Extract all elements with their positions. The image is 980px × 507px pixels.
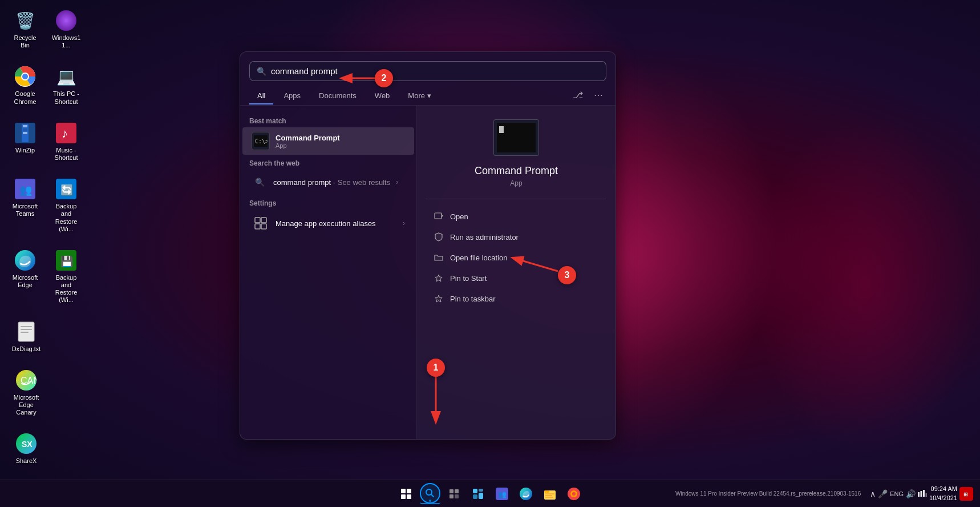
action-run-admin[interactable]: Run as administrator <box>426 227 606 247</box>
right-panel: Command Prompt App Open <box>417 106 615 440</box>
svg-rect-58 <box>926 493 928 497</box>
svg-rect-51 <box>545 497 553 498</box>
tab-more[interactable]: More ▾ <box>400 88 439 104</box>
tray-volume-icon[interactable]: 🔊 <box>906 489 916 498</box>
widgets-button[interactable] <box>468 484 488 504</box>
annotation-1: 1 <box>427 359 445 377</box>
folder-icon <box>433 252 444 263</box>
desktop-icon-windows11[interactable]: Windows11... <box>47 6 86 53</box>
cmd-icon: C:\> <box>252 132 270 150</box>
svg-text:👥: 👥 <box>498 490 507 498</box>
result-command-prompt[interactable]: C:\> Command Prompt App <box>242 127 414 155</box>
search-bar[interactable]: 🔍 <box>249 61 606 81</box>
edge-taskbar-button[interactable] <box>516 484 536 504</box>
desktop-icon-sharex[interactable]: SX ShareX <box>6 429 47 468</box>
action-file-location[interactable]: Open file location <box>426 247 606 268</box>
taskbar-center: 👥 <box>396 484 584 504</box>
svg-rect-56 <box>921 491 922 497</box>
web-result-arrow: › <box>396 178 398 186</box>
svg-line-35 <box>431 494 434 497</box>
app-name: Command Prompt <box>475 165 558 177</box>
svg-point-3 <box>22 74 28 79</box>
action-open[interactable]: Open <box>426 206 606 227</box>
open-icon <box>433 211 444 222</box>
tray-icons: ∧ 🎤 ENG 🔊 09:24 AM 10/4/2021 <box>870 485 973 502</box>
web-search-icon: 🔍 <box>252 174 268 190</box>
desktop-icon-backup2[interactable]: 💾 Backup and Restore (Wi... <box>47 246 86 308</box>
windows-logo <box>401 489 411 499</box>
pin-taskbar-label: Pin to taskbar <box>450 295 496 303</box>
taskbar-search-button[interactable] <box>420 484 440 504</box>
tray-lang-icon[interactable]: ENG <box>890 490 904 497</box>
tray-mic-icon[interactable]: 🎤 <box>878 489 888 498</box>
desktop-icon-backup[interactable]: 🔄 Backup and Restore (Wi... <box>47 174 86 236</box>
search-input[interactable] <box>271 66 599 76</box>
notification-badge[interactable]: ⊞ <box>959 487 973 501</box>
eval-text: Windows 11 Pro Insider Preview Build 224… <box>675 490 861 498</box>
svg-point-54 <box>572 492 576 496</box>
svg-rect-22 <box>21 332 29 333</box>
more-options-icon[interactable]: ⋯ <box>590 87 606 103</box>
desktop-icon-recycle-bin[interactable]: 🗑️ Recycle Bin <box>6 6 44 53</box>
svg-text:SX: SX <box>22 440 33 449</box>
explorer-taskbar-button[interactable] <box>540 484 560 504</box>
aliases-result-text: Manage app execution aliases <box>276 219 397 228</box>
svg-text:💾: 💾 <box>60 255 74 268</box>
system-tray: ∧ 🎤 ENG 🔊 09:24 AM 10/4/2021 <box>870 485 973 502</box>
best-match-label: Best match <box>240 112 416 127</box>
svg-rect-37 <box>455 489 459 493</box>
svg-rect-33 <box>435 213 442 219</box>
svg-rect-29 <box>255 218 260 223</box>
aliases-arrow: › <box>403 219 405 227</box>
web-search-label: Search the web <box>240 155 416 170</box>
desktop-icon-dxdiag[interactable]: DxDiag.txt <box>6 317 47 356</box>
svg-rect-55 <box>918 492 920 497</box>
action-pin-start[interactable]: Pin to Start <box>426 268 606 288</box>
desktop-icons-area: 🗑️ Recycle Bin Windows11... <box>0 0 91 474</box>
desktop-icon-chrome[interactable]: Google Chrome <box>6 62 44 108</box>
desktop-icon-music[interactable]: ♪ Music - Shortcut <box>47 118 86 165</box>
annotation-3: 3 <box>558 266 576 284</box>
share-icon[interactable]: ⎇ <box>570 87 586 103</box>
desktop-icon-edge[interactable]: Microsoft Edge <box>6 246 44 308</box>
tab-apps[interactable]: Apps <box>276 88 309 104</box>
settings-result-aliases[interactable]: Manage app execution aliases › <box>242 210 414 237</box>
tray-chevron-icon[interactable]: ∧ <box>870 489 876 498</box>
settings-label: Settings <box>240 195 416 210</box>
svg-rect-49 <box>545 493 554 494</box>
open-label: Open <box>450 212 468 221</box>
svg-rect-48 <box>544 490 549 493</box>
tray-time[interactable]: 09:24 AM 10/4/2021 <box>929 485 957 502</box>
svg-rect-36 <box>449 489 453 493</box>
file-location-label: Open file location <box>450 254 507 262</box>
svg-rect-38 <box>449 494 453 498</box>
desktop-icon-edge-canary[interactable]: CAN Microsoft Edge Canary <box>6 365 47 420</box>
tab-web[interactable]: Web <box>367 88 398 104</box>
svg-point-0 <box>56 10 76 31</box>
tab-documents[interactable]: Documents <box>311 88 365 104</box>
svg-text:♪: ♪ <box>62 126 68 140</box>
action-pin-taskbar[interactable]: Pin to taskbar <box>426 288 606 309</box>
start-button[interactable] <box>396 484 416 504</box>
task-view-button[interactable] <box>444 484 464 504</box>
tab-all[interactable]: All <box>249 88 273 104</box>
web-search-result[interactable]: 🔍 command prompt - See web results › <box>242 170 414 195</box>
desktop-icon-teams[interactable]: 👥 Microsoft Teams <box>6 174 44 236</box>
teams-taskbar-button[interactable]: 👥 <box>492 484 512 504</box>
taskbar: 👥 <box>0 480 980 507</box>
svg-rect-31 <box>255 224 260 229</box>
pin-taskbar-icon <box>433 293 444 304</box>
desktop-icon-winzip[interactable]: WinZip <box>6 118 44 165</box>
svg-rect-57 <box>923 490 925 497</box>
desktop-icon-this-pc[interactable]: 💻 This PC - Shortcut <box>47 62 86 108</box>
tray-network-icon[interactable] <box>918 489 927 498</box>
firefox-taskbar-button[interactable] <box>564 484 584 504</box>
annotation-2: 2 <box>375 69 393 87</box>
start-menu-panel: 🔍 All Apps Documents Web More ▾ ⎇ ⋯ Best… <box>240 51 616 440</box>
svg-rect-42 <box>473 494 477 499</box>
svg-text:C:\>: C:\> <box>255 138 268 144</box>
svg-text:👥: 👥 <box>19 184 33 196</box>
svg-rect-6 <box>23 125 27 127</box>
filter-tabs: All Apps Documents Web More ▾ ⎇ ⋯ <box>240 81 615 106</box>
svg-rect-7 <box>23 128 27 131</box>
